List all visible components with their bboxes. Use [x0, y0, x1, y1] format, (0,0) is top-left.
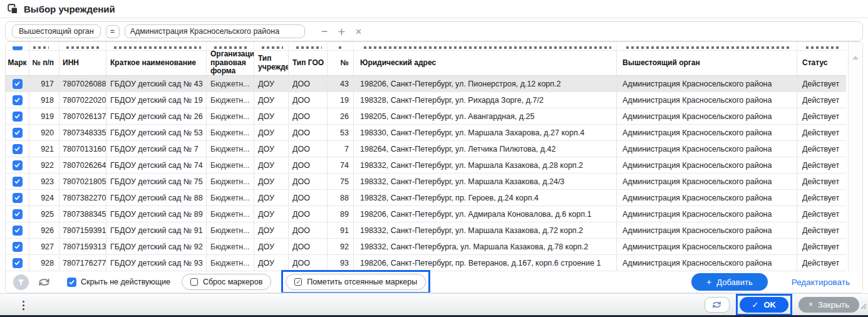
col-header-no[interactable]: №	[328, 51, 354, 75]
table-row[interactable]: 920 7807348335 ГБДОУ детский сад № 53 Бю…	[6, 125, 846, 141]
reset-markers-button[interactable]: Сброс маркеров	[182, 274, 271, 290]
col-header-parent[interactable]: Вышестоящий орган	[617, 51, 797, 75]
table-row[interactable]: 923 7807021805 ГБДОУ детский сад № 75 Бю…	[6, 174, 846, 190]
mark-filtered-button[interactable]: ✓ Пометить отсеянные маркеры	[286, 274, 426, 290]
cell-parent: Администрация Красносельского района	[617, 92, 797, 108]
filter-bar: Вышестоящий орган = − + ×	[5, 21, 863, 41]
cell-form: Бюджетн...	[207, 222, 254, 238]
row-checkbox[interactable]	[13, 95, 23, 105]
cell-num: 919	[29, 108, 59, 124]
cell-goo: ДОО	[289, 239, 328, 254]
ok-button[interactable]: ✓ OK	[740, 297, 788, 313]
remove-filter-icon[interactable]: −	[319, 26, 331, 37]
cell-address: 198206, Санкт-Петербург, ул. Адмирала Ко…	[354, 206, 617, 222]
cell-type: ДОУ	[254, 141, 289, 157]
table-row[interactable]: 922 7807026264 ГБДОУ детский сад № 74 Бю…	[6, 157, 846, 174]
filter-field-chip[interactable]: Вышестоящий орган	[12, 24, 101, 38]
row-checkbox[interactable]	[13, 209, 23, 219]
cell-address: 198330, Санкт-Петербург, ул. Маршала Зах…	[354, 125, 617, 140]
row-checkbox[interactable]	[13, 160, 23, 170]
table-row[interactable]: 921 7807013160 ГБДОУ детский сад № 7 Бюд…	[6, 141, 846, 157]
scroll-up-arrow-icon[interactable]	[852, 56, 859, 60]
cell-goo: ДОО	[289, 206, 328, 222]
cell-name: ГБДОУ детский сад № 43	[106, 76, 207, 91]
clear-filter-icon[interactable]: ×	[353, 26, 364, 37]
cell-form: Бюджетн...	[207, 157, 254, 173]
cell-name: ГБДОУ детский сад № 75	[106, 174, 207, 189]
cell-inn: 7807013160	[59, 141, 106, 157]
row-checkbox[interactable]	[13, 258, 23, 268]
cell-no: 74	[328, 157, 354, 173]
cell-goo: ДОО	[289, 190, 328, 205]
cell-status: Действует	[797, 76, 846, 91]
cell-no: 91	[328, 222, 354, 238]
table-row[interactable]: 918 7807022020 ГБДОУ детский сад № 19 Бю…	[6, 92, 846, 108]
col-header-type[interactable]: Тип учрежде	[254, 51, 289, 75]
col-header-goo[interactable]: Тип ГОО	[289, 51, 328, 75]
row-checkbox[interactable]	[13, 112, 23, 122]
row-checkbox[interactable]	[13, 144, 23, 154]
cell-no: 89	[328, 206, 354, 222]
table-row[interactable]: 919 7807026137 ГБДОУ детский сад № 26 Бю…	[6, 108, 846, 125]
cell-form: Бюджетн...	[207, 108, 254, 124]
row-checkbox[interactable]	[13, 242, 23, 252]
cell-type: ДОУ	[254, 255, 289, 271]
cell-no: 93	[328, 255, 354, 271]
col-header-address[interactable]: Юридический адрес	[354, 51, 617, 75]
col-header-form[interactable]: Организацио правовая форма	[207, 51, 254, 75]
highlight-box-ok: ✓ OK	[736, 294, 792, 316]
refresh-icon[interactable]	[38, 277, 51, 288]
cell-address: 198328, Санкт-Петербург, пр. Героев, д.2…	[354, 190, 617, 205]
table-row[interactable]: 925 7807388345 ГБДОУ детский сад № 89 Бю…	[6, 206, 846, 222]
edit-link[interactable]: Редактировать	[792, 278, 850, 287]
cell-goo: ДОО	[289, 76, 328, 91]
row-checkbox[interactable]	[13, 177, 23, 187]
cell-type: ДОУ	[254, 76, 289, 91]
col-header-num[interactable]: № п/п	[29, 51, 59, 75]
filter-value-input[interactable]	[125, 24, 305, 38]
col-header-name[interactable]: Краткое наименование	[106, 51, 207, 75]
col-header-inn[interactable]: ИНН	[59, 51, 106, 75]
table-row[interactable]: 927 7807159313 ГБДОУ детский сад № 92 Бю…	[6, 239, 846, 255]
filter-operator[interactable]: =	[106, 25, 120, 38]
cell-type: ДОУ	[254, 239, 289, 254]
cell-form: Бюджетн...	[207, 92, 254, 108]
cell-inn: 7807159391	[59, 222, 106, 238]
add-button[interactable]: + Добавить	[691, 273, 768, 291]
cell-name: ГБДОУ детский сад № 53	[106, 125, 207, 140]
row-checkbox[interactable]	[13, 79, 23, 89]
hide-inactive-checkbox[interactable]: Скрыть не действующие	[67, 278, 170, 287]
table-row[interactable]: 917 7807026088 ГБДОУ детский сад № 43 Бю…	[6, 76, 846, 92]
drag-handle-dots-icon[interactable]	[23, 301, 24, 303]
close-button[interactable]: × Закрыть	[798, 297, 859, 313]
add-filter-icon[interactable]: +	[335, 25, 348, 38]
cell-goo: ДОО	[289, 141, 328, 157]
cell-type: ДОУ	[254, 190, 289, 205]
table-row[interactable]: 928 7807176277 ГБДОУ детский сад № 93 Бю…	[6, 255, 846, 271]
cell-inn: 7807022020	[59, 92, 106, 108]
cell-address: 198205, Санкт-Петербург, ул. Авангардная…	[354, 108, 617, 124]
cell-inn: 7807159313	[59, 239, 106, 254]
cell-goo: ДОО	[289, 174, 328, 189]
row-checkbox[interactable]	[13, 226, 23, 236]
cell-no: 7	[328, 141, 354, 157]
cell-name: ГБДОУ детский сад № 89	[106, 206, 207, 222]
cell-no: 75	[328, 174, 354, 189]
filter-funnel-icon[interactable]	[13, 274, 29, 290]
row-checkbox[interactable]	[13, 193, 23, 203]
col-header-mark[interactable]: Марк	[6, 51, 29, 75]
page-title: Выбор учреждений	[24, 4, 115, 14]
checkbox-checked-icon[interactable]	[67, 278, 76, 287]
table-row[interactable]: 924 7807382270 ГБДОУ детский сад № 88 Бю…	[6, 190, 846, 206]
cell-address: 198332, Санкт-Петербург, ул. Маршала Каз…	[354, 174, 617, 189]
sync-button[interactable]	[705, 297, 730, 313]
cell-parent: Администрация Красносельского района	[617, 174, 797, 189]
cell-form: Бюджетн...	[207, 239, 254, 254]
resize-grip-icon[interactable]	[860, 301, 867, 312]
cell-form: Бюджетн...	[207, 174, 254, 189]
cell-form: Бюджетн...	[207, 141, 254, 157]
table-row[interactable]: 926 7807159391 ГБДОУ детский сад № 91 Бю…	[6, 222, 846, 239]
col-header-status[interactable]: Статус	[797, 51, 846, 75]
row-checkbox[interactable]	[13, 128, 23, 138]
vertical-scrollbar[interactable]	[848, 42, 862, 271]
